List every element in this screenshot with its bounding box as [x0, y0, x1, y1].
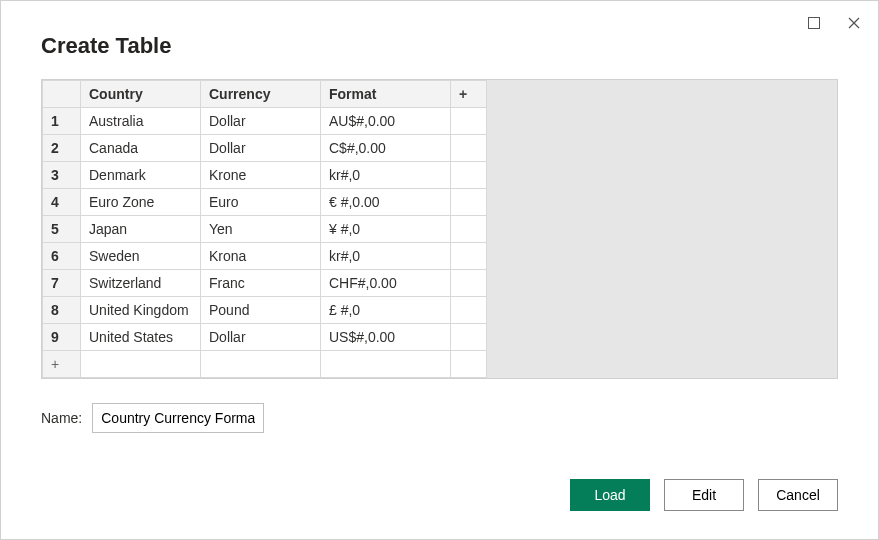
row-number: 8 [43, 297, 81, 324]
cell-format[interactable]: US$#,0.00 [321, 324, 451, 351]
cell-currency[interactable]: Euro [201, 189, 321, 216]
svg-rect-0 [809, 18, 820, 29]
add-row-button[interactable]: + [43, 351, 81, 378]
window-controls [804, 13, 864, 33]
row-number: 3 [43, 162, 81, 189]
cell-currency[interactable]: Dollar [201, 108, 321, 135]
cell-country[interactable]: Canada [81, 135, 201, 162]
dialog-title: Create Table [41, 33, 838, 59]
cell-country[interactable]: Denmark [81, 162, 201, 189]
table-name-input[interactable] [92, 403, 264, 433]
cell-country[interactable]: Switzerland [81, 270, 201, 297]
cell-empty[interactable] [451, 108, 487, 135]
column-header-format[interactable]: Format [321, 81, 451, 108]
table-row[interactable]: 3DenmarkKronekr#,0 [43, 162, 487, 189]
cell-format[interactable]: € #,0.00 [321, 189, 451, 216]
cell-format[interactable]: CHF#,0.00 [321, 270, 451, 297]
cell-empty[interactable] [451, 243, 487, 270]
cell-currency[interactable]: Dollar [201, 135, 321, 162]
cell-country[interactable]: Euro Zone [81, 189, 201, 216]
table-row[interactable]: 4Euro ZoneEuro€ #,0.00 [43, 189, 487, 216]
cell-format[interactable]: C$#,0.00 [321, 135, 451, 162]
row-number: 6 [43, 243, 81, 270]
row-number: 7 [43, 270, 81, 297]
cell-currency[interactable]: Dollar [201, 324, 321, 351]
create-table-dialog: Create Table Country Currency Format + 1… [0, 0, 879, 540]
cell-country[interactable]: United Kingdom [81, 297, 201, 324]
add-row[interactable]: + [43, 351, 487, 378]
row-number: 2 [43, 135, 81, 162]
cell-format[interactable]: kr#,0 [321, 162, 451, 189]
close-icon[interactable] [844, 13, 864, 33]
cell-country[interactable]: Japan [81, 216, 201, 243]
table-grid-area: Country Currency Format + 1AustraliaDoll… [41, 79, 838, 379]
cell-format[interactable]: £ #,0 [321, 297, 451, 324]
cell-empty[interactable] [451, 216, 487, 243]
data-table[interactable]: Country Currency Format + 1AustraliaDoll… [42, 80, 487, 378]
table-row[interactable]: 6SwedenKronakr#,0 [43, 243, 487, 270]
cell-empty[interactable] [451, 189, 487, 216]
row-number: 5 [43, 216, 81, 243]
cell-country[interactable]: United States [81, 324, 201, 351]
table-row[interactable]: 2CanadaDollarC$#,0.00 [43, 135, 487, 162]
table-row[interactable]: 5JapanYen¥ #,0 [43, 216, 487, 243]
cell-currency[interactable]: Franc [201, 270, 321, 297]
name-row: Name: [41, 403, 838, 433]
column-header-country[interactable]: Country [81, 81, 201, 108]
cell-empty[interactable] [451, 270, 487, 297]
dialog-buttons: Load Edit Cancel [570, 479, 838, 511]
column-header-currency[interactable]: Currency [201, 81, 321, 108]
row-number: 9 [43, 324, 81, 351]
row-number-header [43, 81, 81, 108]
cancel-button[interactable]: Cancel [758, 479, 838, 511]
cell-format[interactable]: ¥ #,0 [321, 216, 451, 243]
cell-empty[interactable] [451, 162, 487, 189]
cell-country[interactable]: Australia [81, 108, 201, 135]
cell-empty[interactable] [451, 135, 487, 162]
cell-country[interactable]: Sweden [81, 243, 201, 270]
cell-empty[interactable] [451, 324, 487, 351]
cell-currency[interactable]: Krona [201, 243, 321, 270]
table-row[interactable]: 9United StatesDollarUS$#,0.00 [43, 324, 487, 351]
add-column-button[interactable]: + [451, 81, 487, 108]
table-row[interactable]: 7SwitzerlandFrancCHF#,0.00 [43, 270, 487, 297]
maximize-icon[interactable] [804, 13, 824, 33]
edit-button[interactable]: Edit [664, 479, 744, 511]
load-button[interactable]: Load [570, 479, 650, 511]
table-row[interactable]: 8United KingdomPound£ #,0 [43, 297, 487, 324]
row-number: 1 [43, 108, 81, 135]
table-row[interactable]: 1AustraliaDollarAU$#,0.00 [43, 108, 487, 135]
cell-format[interactable]: AU$#,0.00 [321, 108, 451, 135]
name-label: Name: [41, 410, 82, 426]
cell-format[interactable]: kr#,0 [321, 243, 451, 270]
cell-currency[interactable]: Pound [201, 297, 321, 324]
row-number: 4 [43, 189, 81, 216]
cell-currency[interactable]: Krone [201, 162, 321, 189]
cell-currency[interactable]: Yen [201, 216, 321, 243]
cell-empty[interactable] [451, 297, 487, 324]
